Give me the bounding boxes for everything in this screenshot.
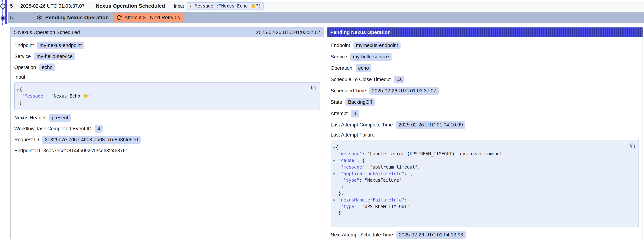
json-line: ∨"nexusHandlerFailureInfo": { [331,197,624,203]
field-value-badge: my-nexus-endpoint [37,42,84,50]
detail-field: Schedule To Close Timeout0s [330,76,639,84]
json-line: "message": "handler error (UPSTREAM_TIME… [331,150,624,157]
detail-field: Last Attempt Complete Time2025-02-26 UTC… [330,121,639,129]
field-label: Request ID [14,137,39,142]
field-label: Schedule To Close Timeout [330,77,391,82]
field-label: Last Attempt Complete Time [330,122,393,128]
detail-field: StateBackingOff [330,98,639,106]
json-line: } [15,99,305,106]
json-line: ∨{ [15,86,305,93]
json-line: } [331,184,624,190]
field-value-badge: 3 [351,110,359,118]
chevron-down-icon[interactable]: ∨ [16,86,19,93]
timeline-node-open-icon [0,4,6,9]
field-label: Endpoint [330,43,350,48]
field-value-badge: 3e829b7e-7d67-4b08-aad3-b1e868bfe9e0 [42,136,140,144]
event-input-preview-chip: {"Message":"Nexus Echo 👋"} [187,2,264,10]
field-value-badge: my-hello-service [34,52,75,60]
field-label: Endpoint ID [14,148,40,154]
event-input-label: Input [174,4,184,9]
field-label: Operation [14,64,36,70]
field-value-badge: 4 [95,125,103,133]
chevron-down-icon[interactable]: ∨ [333,170,335,177]
json-line: ∨{ [331,144,624,150]
field-label: Endpoint [14,43,34,48]
detail-field: Workflow Task Completed Event ID4 [14,124,320,133]
detail-field: Next Attempt Schedule Time2025-02-26 UTC… [330,231,639,239]
json-line: ∨"applicationFailureInfo": { [331,170,624,177]
failure-json-block: ∨{"message": "handler error (UPSTREAM_TI… [330,140,639,227]
json-line: } [331,216,624,223]
detail-field: Nexus Headerpresent [14,114,320,122]
detail-field: Servicemy-hello-service [14,52,320,60]
panel-pending-nexus-operation: Pending Nexus Operation Endpointmy-nexus… [326,27,643,239]
field-label: Service [330,54,347,60]
panel-left-timestamp: 2025-02-26 UTC 01:03:37.07 [256,30,320,35]
field-label: State [330,99,342,105]
retry-icon [116,15,122,20]
field-value-badge: present [49,114,71,122]
field-value-badge: 2025-02-26 UTC 01:04:13.93 [396,231,466,239]
event-row-pending-nexus-operation[interactable]: 5 Pending Nexus Operation Attempt 3 · Ne… [8,12,644,24]
chevron-down-icon[interactable]: ∨ [333,144,335,151]
field-label: Service [14,54,31,59]
attempt-retry-badge: Attempt 3 · Next Retry 0s [113,13,184,22]
field-value-badge: echo [356,64,372,72]
detail-field: Servicemy-hello-service [330,53,639,61]
detail-field: Endpointmy-nexus-endpoint [14,41,320,50]
detail-field: Request ID3e829b7e-7d67-4b08-aad3-b1e868… [14,136,320,144]
copy-button[interactable] [629,143,636,150]
json-line: "type": "UPSTREAM_TIMEOUT" [331,203,624,210]
field-value-badge: my-nexus-endpoint [354,42,401,50]
field-label: Scheduled Time [330,88,366,94]
field-value-badge: 2025-02-26 UTC 01:03:37.07 [370,87,439,95]
event-timestamp: 2025-02-26 UTC 01:03:37.07 [20,3,88,9]
input-json-block: ∨{"Message": "Nexus Echo 👋"} [14,82,320,110]
timeline-active-bar [5,0,6,24]
detail-field: Operationecho [14,63,320,71]
panel-nexus-operation-scheduled: 5 Nexus Operation Scheduled 2025-02-26 U… [10,27,324,239]
json-line: "message": "upstream timeout", [331,164,624,170]
failure-block-label: Last Attempt Failure [330,132,639,138]
pending-asterisk-icon [36,14,42,21]
json-line: } [331,210,624,216]
field-value-badge: 2025-02-26 UTC 01:04:10.09 [396,121,465,129]
attempt-retry-text: Attempt 3 · Next Retry 0s [124,15,180,20]
field-value-badge: BackingOff [346,98,375,106]
event-id-link[interactable]: 5 [10,3,18,9]
panel-left-header: 5 Nexus Operation Scheduled 2025-02-26 U… [10,28,324,37]
json-line: ∨"cause": { [331,157,624,164]
detail-field: Endpoint ID3c0c75ccfa8144b092c13ce632463… [14,146,320,155]
field-label: Nexus Header [14,115,46,120]
field-value-link[interactable]: 3c0c75ccfa8144b092c13ce632463761 [44,148,128,154]
event-title: Nexus Operation Scheduled [96,3,165,9]
json-line: }, [331,190,624,197]
input-block-label: Input [14,74,320,80]
detail-field: Scheduled Time2025-02-26 UTC 01:03:37.07 [330,87,639,95]
field-label: Workflow Task Completed Event ID [14,126,92,132]
event-id-link[interactable]: 5 [10,15,18,20]
timeline-node-current-icon [0,16,5,20]
field-value-badge: 0s [394,76,404,84]
copy-button[interactable] [310,85,317,92]
field-label: Next Attempt Schedule Time [330,232,393,238]
panel-left-title: 5 Nexus Operation Scheduled [14,30,80,35]
detail-field: Operationecho [330,64,639,72]
json-line: "Message": "Nexus Echo 👋" [15,93,305,99]
chevron-down-icon[interactable]: ∨ [333,158,335,164]
json-line: "type": "NexusFailure" [331,177,624,184]
chevron-down-icon[interactable]: ∨ [333,197,335,204]
detail-field: Attempt3 [330,110,639,118]
event-row-nexus-operation-scheduled[interactable]: 5 2025-02-26 UTC 01:03:37.07 Nexus Opera… [8,1,644,11]
panel-right-header: Pending Nexus Operation [327,28,642,37]
field-label: Operation [330,65,352,71]
panel-right-title: Pending Nexus Operation [330,30,391,35]
detail-field: Endpointmy-nexus-endpoint [330,41,639,50]
field-label: Attempt [330,111,348,116]
field-value-badge: echo [39,64,55,71]
pending-event-title: Pending Nexus Operation [45,15,109,20]
field-value-badge: my-hello-service [350,53,392,61]
